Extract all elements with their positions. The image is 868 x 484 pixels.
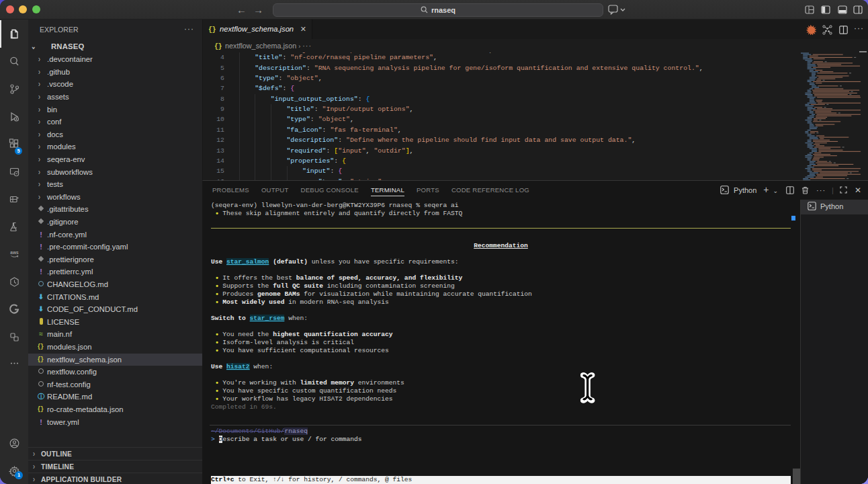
svg-text:aws: aws	[10, 250, 19, 255]
